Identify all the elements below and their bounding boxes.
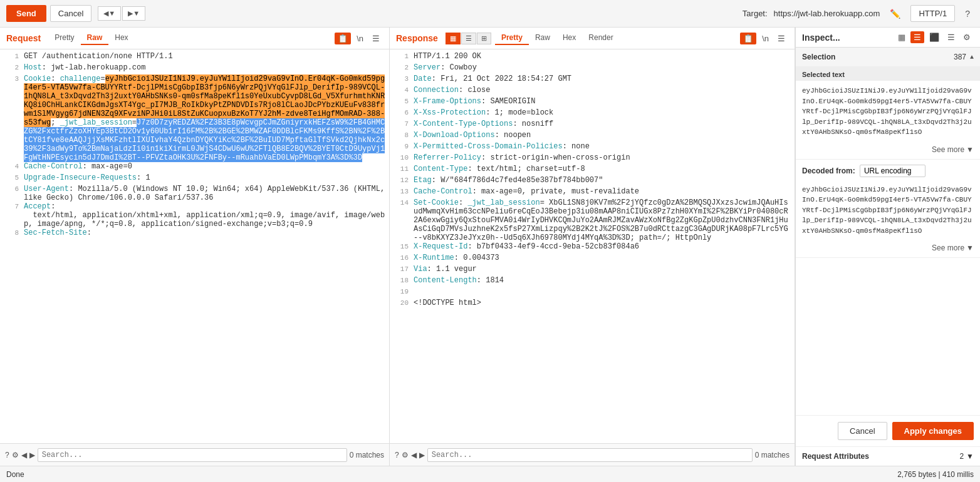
table-row: 5X-Frame-Options: SAMEORIGIN — [390, 97, 795, 108]
response-copy-button[interactable]: 📋 — [740, 33, 756, 44]
selection-label: Selection — [802, 53, 835, 61]
request-search-input[interactable] — [38, 448, 347, 462]
request-search-help-icon[interactable]: ? — [5, 451, 9, 459]
inspector-apply-button[interactable]: Apply changes — [892, 422, 974, 440]
table-row: 8X-Download-Options: noopen — [390, 131, 795, 142]
request-wrap-button[interactable]: \n — [353, 33, 367, 44]
inspector-selection-section: Selection 387 ▲ Selected text eyJhbGcioi… — [796, 48, 980, 258]
nav-back-button[interactable]: ◀▼ — [98, 6, 121, 21]
target-url: https://jwt-lab.herokuapp.com — [774, 9, 880, 18]
inspector-view-btn2[interactable]: ☰ — [910, 31, 924, 43]
response-code-area[interactable]: 1HTTP/1.1 200 OK 2Server: Cowboy 3Date: … — [390, 49, 795, 443]
table-row: 3Date: Fri, 21 Oct 2022 18:54:27 GMT — [390, 74, 795, 86]
table-row: 7 Accept: text/html, application/xhtml+x… — [0, 202, 389, 228]
decoded-see-more-button[interactable]: See more ▼ — [932, 244, 974, 252]
help-button[interactable]: ? — [961, 7, 974, 21]
status-bar: Done 2,765 bytes | 410 millis — [0, 466, 980, 482]
nav-forward-button[interactable]: ▶▼ — [122, 6, 145, 21]
request-menu-button[interactable]: ☰ — [369, 33, 383, 44]
edit-url-button[interactable]: ✏️ — [886, 7, 904, 21]
inspector-cancel-button[interactable]: Cancel — [838, 422, 887, 440]
table-row: 9X-Permitted-Cross-Domain-Policies: none — [390, 142, 795, 153]
inspector-tools: ▦ ☰ ⬛ ☰ ⚙ — [895, 31, 974, 43]
tab-request-pretty[interactable]: Pretty — [48, 31, 80, 45]
tab-response-pretty[interactable]: Pretty — [495, 31, 529, 45]
table-row: 12Etag: W/"684f786d4c7fed4e85e387bf784bb… — [390, 176, 795, 187]
table-row: 8 Sec-Fetch-Site: — [0, 228, 389, 240]
target-label: Target: — [743, 9, 768, 18]
inspector-view-btn1[interactable]: ▦ — [895, 31, 909, 43]
request-attrs-chevron-icon[interactable]: ▼ — [966, 452, 974, 461]
response-search-bar: ? ⚙ ◀ ▶ 0 matches — [390, 443, 795, 466]
inspector-settings-btn[interactable]: ⚙ — [960, 31, 974, 43]
selected-text-see-more-button[interactable]: See more ▼ — [932, 145, 974, 154]
tab-request-raw[interactable]: Raw — [81, 31, 109, 45]
tab-response-raw[interactable]: Raw — [529, 31, 556, 45]
table-row: 5 Upgrade-Insecure-Requests: 1 — [0, 173, 389, 185]
decoded-section: Decoded from: URL encoding eyJhbGcioiJSU… — [796, 160, 980, 258]
response-search-forward-icon[interactable]: ▶ — [419, 451, 425, 459]
request-attrs-row: Request Attributes 2 ▼ — [796, 446, 980, 466]
request-code-area[interactable]: 1 GET /authentication/none HTTP/1.1 2 Ho… — [0, 49, 389, 443]
decoded-from-label: Decoded from: — [802, 167, 855, 175]
response-menu-button[interactable]: ☰ — [774, 33, 788, 44]
table-row: 6X-Xss-Protection: 1; mode=block — [390, 108, 795, 120]
tab-request-hex[interactable]: Hex — [108, 31, 134, 45]
inspector-selection-header: Selection 387 ▲ — [796, 48, 980, 67]
cancel-button[interactable]: Cancel — [50, 5, 91, 22]
table-row: 1 GET /authentication/none HTTP/1.1 — [0, 52, 389, 63]
request-search-settings-icon[interactable]: ⚙ — [12, 451, 19, 459]
selected-text-see-more-row: See more ▼ — [796, 143, 980, 159]
decoded-see-more-row: See more ▼ — [796, 241, 980, 257]
table-row: 11Content-Type: text/html; charset=utf-8 — [390, 165, 795, 176]
protocol-button[interactable]: HTTP/1 — [910, 5, 955, 22]
response-matches-label: 0 matches — [755, 451, 790, 459]
status-right: 2,765 bytes | 410 millis — [897, 470, 974, 479]
request-copy-button[interactable]: 📋 — [335, 33, 351, 44]
request-tabs: Pretty Raw Hex — [48, 31, 134, 45]
decoded-text-content: eyJhbGcioiJSUzI1NiJ9.eyJuYW1lIjoid29vaG9… — [796, 180, 980, 242]
request-panel-title: Request — [6, 33, 41, 43]
request-search-back-icon[interactable]: ◀ — [21, 451, 27, 459]
selected-text-header: Selected text — [796, 67, 980, 81]
table-row: 3 Cookie: challenge=eyJhbGcioiJSUzI1NiJ9… — [0, 74, 389, 162]
selected-text-title: Selected text — [802, 71, 845, 78]
response-search-settings-icon[interactable]: ⚙ — [402, 451, 409, 459]
selection-count: 387 — [954, 53, 966, 61]
table-row: 16X-Runtime: 0.004373 — [390, 254, 795, 265]
decoded-encoding-select[interactable]: URL encoding — [860, 165, 925, 177]
selected-text-content: eyJhbGcioiJSUzI1NiJ9.eyJuYW1lIjoid29vaG9… — [796, 81, 980, 143]
table-row: 2 Host: jwt-lab.herokuapp.com — [0, 63, 389, 74]
main-area: Request Pretty Raw Hex 📋 \n ☰ 1 GET /aut… — [0, 28, 980, 466]
request-attrs-label: Request Attributes — [802, 452, 869, 461]
response-panel-header: Response ▦ ☰ ⊞ Pretty Raw Hex Render 📋 \… — [390, 28, 795, 49]
table-row: 14Set-Cookie: _jwt_lab_session= XbGL1SN8… — [390, 198, 795, 242]
selection-chevron-icon[interactable]: ▲ — [970, 54, 974, 61]
send-button[interactable]: Send — [6, 5, 46, 22]
response-wrap-button[interactable]: \n — [759, 33, 772, 44]
tab-response-render[interactable]: Render — [582, 31, 619, 45]
inspector-align-btn1[interactable]: ⬛ — [926, 31, 942, 43]
tab-response-hex[interactable]: Hex — [556, 31, 582, 45]
table-row: 7X-Content-Type-Options: nosniff — [390, 120, 795, 131]
response-search-help-icon[interactable]: ? — [395, 451, 399, 459]
response-search-back-icon[interactable]: ◀ — [411, 451, 417, 459]
response-view-split[interactable]: ▦ — [446, 33, 461, 44]
table-row: 1HTTP/1.1 200 OK — [390, 52, 795, 63]
table-row: 19 — [390, 287, 795, 299]
response-view-grid[interactable]: ⊞ — [477, 33, 491, 44]
response-view-list[interactable]: ☰ — [461, 33, 476, 44]
response-panel-tools: 📋 \n ☰ — [740, 33, 788, 44]
inspector-title: Inspect... — [802, 33, 840, 43]
response-panel: Response ▦ ☰ ⊞ Pretty Raw Hex Render 📋 \… — [390, 28, 795, 466]
request-matches-label: 0 matches — [350, 451, 384, 459]
response-search-input[interactable] — [427, 448, 753, 462]
selected-text-section: Selected text eyJhbGcioiJSUzI1NiJ9.eyJuY… — [796, 67, 980, 160]
inspector-align-btn2[interactable]: ☰ — [944, 31, 958, 43]
response-tabs: Pretty Raw Hex Render — [495, 31, 620, 45]
inspector-header: Inspect... ▦ ☰ ⬛ ☰ ⚙ — [796, 28, 980, 48]
table-row: 6 User-Agent: Mozilla/5.0 (Windows NT 10… — [0, 185, 389, 202]
table-row: 18Content-Length: 1814 — [390, 276, 795, 287]
table-row: 10Referrer-Policy: strict-origin-when-cr… — [390, 153, 795, 165]
request-search-forward-icon[interactable]: ▶ — [29, 451, 35, 459]
